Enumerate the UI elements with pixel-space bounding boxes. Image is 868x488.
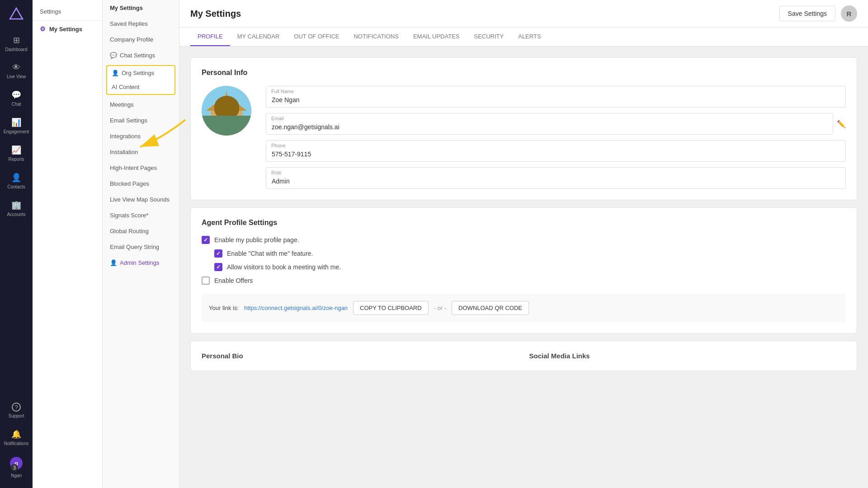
subnav-global-routing[interactable]: Global Routing bbox=[103, 223, 179, 239]
separator-text: - or - bbox=[434, 305, 446, 311]
sidebar-item-user[interactable]: g 3 Ngan bbox=[0, 452, 33, 483]
main-sidebar: Settings ⚙ My Settings bbox=[33, 0, 103, 488]
profile-tabs: PROFILE MY CALENDAR OUT OF OFFICE NOTIFI… bbox=[179, 28, 868, 47]
settings-icon: ⚙ bbox=[40, 25, 46, 33]
email-input[interactable] bbox=[266, 113, 833, 135]
full-name-field: Full Name bbox=[266, 86, 846, 108]
settings-subnav: My Settings Saved Replies Company Profil… bbox=[103, 0, 179, 488]
checkmark-icon: ✓ bbox=[216, 250, 221, 257]
main-content: My Settings Save Settings R PROFILE MY C… bbox=[179, 0, 868, 488]
user-avatar: R bbox=[841, 5, 857, 22]
checkbox-public-profile[interactable]: ✓ Enable my public profile page. bbox=[202, 236, 846, 244]
content-area: Personal Info bbox=[179, 47, 868, 488]
subnav-email-query-string[interactable]: Email Query String bbox=[103, 239, 179, 255]
live-view-icon: 👁 bbox=[12, 63, 20, 72]
subnav-my-settings[interactable]: My Settings bbox=[103, 0, 179, 16]
full-name-label: Full Name bbox=[271, 89, 294, 94]
svg-point-8 bbox=[221, 99, 232, 111]
svg-point-10 bbox=[221, 97, 232, 104]
role-label: Role bbox=[271, 170, 282, 175]
sidebar-item-engagement[interactable]: 📊 Engagement bbox=[0, 113, 33, 139]
notifications-icon: 🔔 bbox=[11, 429, 21, 439]
sidebar-item-my-settings[interactable]: ⚙ My Settings bbox=[33, 21, 102, 37]
sidebar-item-contacts[interactable]: 👤 Contacts bbox=[0, 168, 33, 194]
sidebar-item-support[interactable]: ? Support bbox=[0, 398, 33, 423]
agent-profile-checkboxes: ✓ Enable my public profile page. ✓ Enabl… bbox=[202, 236, 846, 285]
subnav-signals-score[interactable]: Signals Score* bbox=[103, 207, 179, 223]
phone-label: Phone bbox=[271, 143, 286, 148]
tab-out-of-office[interactable]: OUT OF OFFICE bbox=[287, 28, 346, 46]
save-settings-button[interactable]: Save Settings bbox=[779, 6, 835, 21]
download-qr-code-button[interactable]: DOWNLOAD QR CODE bbox=[452, 301, 529, 315]
subnav-integrations[interactable]: Integrations bbox=[103, 128, 179, 144]
sidebar-item-live-view[interactable]: 👁 Live View bbox=[0, 58, 33, 84]
personal-bio-column: Personal Bio bbox=[202, 352, 519, 360]
subnav-admin-settings[interactable]: 👤 Admin Settings bbox=[103, 255, 179, 271]
app-logo[interactable] bbox=[8, 5, 24, 22]
sidebar-item-dashboard[interactable]: ⊞ Dashboard bbox=[0, 31, 33, 56]
copy-to-clipboard-button[interactable]: COPY TO CLIPBOARD bbox=[353, 301, 429, 315]
subnav-meetings[interactable]: Meetings bbox=[103, 97, 179, 113]
agent-profile-title: Agent Profile Settings bbox=[202, 219, 846, 227]
sidebar-item-notifications[interactable]: 🔔 Notifications bbox=[0, 425, 33, 450]
subnav-blocked-pages[interactable]: Blocked Pages bbox=[103, 176, 179, 192]
svg-rect-4 bbox=[220, 102, 233, 113]
user-profile-avatar[interactable] bbox=[202, 86, 251, 136]
engagement-icon: 📊 bbox=[11, 117, 21, 127]
subnav-saved-replies[interactable]: Saved Replies bbox=[103, 16, 179, 32]
tab-email-updates[interactable]: EMAIL UPDATES bbox=[406, 28, 467, 46]
accounts-icon: 🏢 bbox=[11, 200, 21, 210]
subnav-org-settings[interactable]: 👤 Org Settings bbox=[107, 66, 175, 80]
tab-alerts[interactable]: ALERTS bbox=[511, 28, 548, 46]
checkbox-public-profile-box[interactable]: ✓ bbox=[202, 236, 210, 244]
checkbox-book-meeting[interactable]: ✓ Allow visitors to book a meeting with … bbox=[214, 263, 846, 271]
subnav-installation[interactable]: Installation bbox=[103, 144, 179, 160]
tab-profile[interactable]: PROFILE bbox=[190, 28, 230, 46]
tab-notifications[interactable]: NOTIFICATIONS bbox=[346, 28, 406, 46]
role-field: Role bbox=[266, 167, 846, 189]
page-header: My Settings Save Settings R bbox=[179, 0, 868, 28]
phone-field: Phone bbox=[266, 140, 846, 162]
personal-info-section: Personal Info bbox=[190, 57, 857, 200]
subnav-chat-settings[interactable]: 💬 Chat Settings bbox=[103, 47, 179, 63]
chat-settings-icon: 💬 bbox=[110, 52, 117, 59]
subnav-live-view-map-sounds[interactable]: Live View Map Sounds bbox=[103, 192, 179, 207]
checkbox-book-meeting-box[interactable]: ✓ bbox=[214, 263, 222, 271]
checkbox-enable-offers[interactable]: Enable Offers bbox=[202, 277, 846, 285]
subnav-high-intent-pages[interactable]: High-Intent Pages bbox=[103, 160, 179, 176]
contacts-icon: 👤 bbox=[11, 173, 21, 183]
sidebar-item-chat[interactable]: 💬 Chat bbox=[0, 85, 33, 111]
contact-details-section: Personal Bio Social Media Links bbox=[190, 341, 857, 371]
tab-my-calendar[interactable]: MY CALENDAR bbox=[230, 28, 287, 46]
svg-rect-2 bbox=[211, 111, 242, 136]
subnav-email-settings[interactable]: Email Settings bbox=[103, 113, 179, 128]
svg-marker-6 bbox=[216, 99, 219, 108]
email-field: Email bbox=[266, 113, 833, 135]
support-icon: ? bbox=[12, 403, 21, 412]
agent-profile-section: Agent Profile Settings ✓ Enable my publi… bbox=[190, 207, 857, 333]
edit-email-icon[interactable]: ✏️ bbox=[837, 120, 846, 128]
tab-security[interactable]: SECURITY bbox=[467, 28, 511, 46]
avatar-image bbox=[202, 86, 251, 136]
contact-details-columns: Personal Bio Social Media Links bbox=[202, 352, 846, 360]
checkmark-icon: ✓ bbox=[216, 264, 221, 270]
checkbox-chat-with-me[interactable]: ✓ Enable "Chat with me" feature. bbox=[214, 249, 846, 258]
reports-icon: 📈 bbox=[11, 145, 21, 155]
chat-icon: 💬 bbox=[11, 90, 21, 100]
checkmark-icon: ✓ bbox=[203, 237, 208, 243]
email-field-row: Email ✏️ bbox=[266, 113, 846, 135]
email-label: Email bbox=[271, 116, 284, 121]
role-input[interactable] bbox=[266, 167, 846, 189]
sidebar-item-accounts[interactable]: 🏢 Accounts bbox=[0, 196, 33, 221]
checkbox-enable-offers-box[interactable] bbox=[202, 277, 210, 285]
phone-input[interactable] bbox=[266, 140, 846, 162]
personal-info-title: Personal Info bbox=[202, 69, 846, 77]
personal-bio-title: Personal Bio bbox=[202, 352, 519, 360]
subnav-company-profile[interactable]: Company Profile bbox=[103, 32, 179, 47]
sidebar-item-reports[interactable]: 📈 Reports bbox=[0, 141, 33, 166]
checkbox-chat-with-me-box[interactable]: ✓ bbox=[214, 249, 222, 258]
svg-marker-7 bbox=[234, 99, 237, 108]
full-name-input[interactable] bbox=[266, 86, 846, 108]
sidebar-header: Settings bbox=[33, 0, 102, 21]
subnav-ai-content[interactable]: AI Content bbox=[107, 80, 175, 94]
